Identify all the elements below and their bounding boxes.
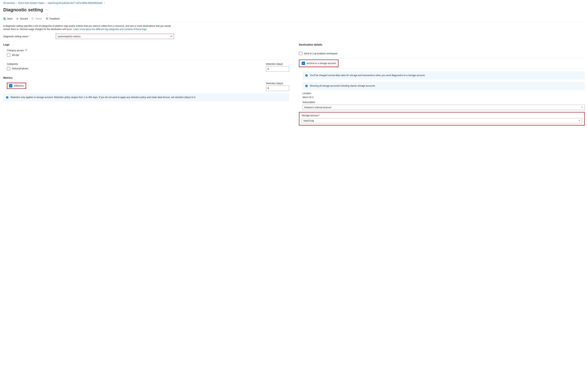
categories-label: Categories [7, 63, 28, 65]
alllogs-label: allLogs [12, 54, 19, 56]
allmetrics-row: AllMetrics [9, 84, 24, 87]
svg-point-5 [306, 75, 307, 75]
feedback-button[interactable]: Feedback [46, 17, 60, 20]
diagnostic-name-label: Diagnostic setting name * [3, 35, 52, 38]
info-icon[interactable] [25, 49, 27, 52]
deliveryfailures-label: DeliveryFailures [12, 67, 28, 70]
delete-button: Delete [31, 17, 42, 20]
archive-storage-row: Archive to a storage account [302, 62, 336, 65]
logs-title: Logs [3, 43, 289, 46]
log-analytics-checkbox[interactable] [299, 52, 302, 55]
charge-info-text: You'll be charged normal data rates for … [310, 74, 425, 77]
deliveryfailures-retention-input[interactable] [266, 66, 289, 72]
deliveryfailures-checkbox[interactable] [7, 67, 10, 70]
retention-days-label: Retention (days) [266, 63, 289, 65]
archive-storage-checkbox[interactable] [302, 62, 305, 65]
chevron-down-icon [581, 106, 583, 109]
metrics-title: Metrics [3, 77, 289, 79]
category-groups-label: Category groups [7, 49, 289, 52]
allmetrics-retention-input[interactable] [266, 86, 289, 91]
destination-column: Destination details Send to Log Analytic… [299, 43, 585, 126]
discard-label: Discard [20, 17, 28, 20]
discard-button[interactable]: Discard [16, 17, 28, 20]
subscription-value: Roberto's Internal Account [304, 106, 331, 109]
storage-account-select[interactable]: topic01stg [302, 118, 582, 123]
retention-info-text: Retention only applies to storage accoun… [11, 96, 196, 99]
close-icon [16, 17, 19, 20]
breadcrumb-link-event-grid-topics[interactable]: Event Grid System Topics [18, 2, 45, 4]
check-icon [170, 35, 173, 38]
chevron-right-icon: › [104, 2, 105, 4]
metrics-retention-label: Retention (days) [266, 82, 289, 85]
required-indicator: * [28, 35, 29, 38]
deliveryfailures-row: DeliveryFailures [7, 67, 28, 70]
save-icon [3, 17, 6, 20]
chevron-down-icon [578, 119, 580, 122]
svg-point-3 [7, 97, 7, 97]
feedback-label: Feedback [50, 17, 60, 20]
toolbar: Save Discard Delete Feedback [3, 17, 585, 22]
log-analytics-label: Send to Log Analytics workspace [304, 52, 337, 55]
allmetrics-checkbox[interactable] [9, 84, 12, 87]
diagnostic-name-input[interactable] [56, 34, 174, 39]
learn-more-link[interactable]: Learn more about the different log categ… [73, 28, 146, 31]
storage-account-value: topic01stg [303, 119, 314, 122]
save-button[interactable]: Save [3, 17, 13, 20]
retention-info-banner: Retention only applies to storage accoun… [3, 94, 289, 101]
alllogs-row: allLogs [7, 53, 289, 57]
subscription-select[interactable]: Roberto's Internal Account [302, 105, 585, 110]
description-text: A diagnostic setting specifies a list of… [3, 24, 177, 31]
classic-info-banner: Showing all storage accounts including c… [302, 82, 585, 90]
charge-info-banner: You'll be charged normal data rates for … [302, 72, 585, 79]
delete-label: Delete [35, 17, 42, 20]
breadcrumb-link-all-services[interactable]: All services [3, 2, 15, 4]
storage-account-label: Storage account * [302, 114, 582, 117]
info-icon [305, 74, 308, 77]
breadcrumb: All services › Event Grid System Topics … [3, 2, 585, 4]
destination-title: Destination details [299, 43, 585, 46]
archive-storage-label: Archive to a storage account [307, 62, 336, 65]
classic-info-text: Showing all storage accounts including c… [310, 84, 375, 88]
trash-icon [31, 17, 34, 20]
location-label: Location [302, 92, 585, 95]
page-header: Diagnostic setting ··· [3, 7, 585, 13]
info-icon [6, 96, 9, 99]
info-icon [305, 85, 308, 87]
svg-point-0 [46, 18, 47, 18]
more-actions-icon[interactable]: ··· [46, 8, 49, 12]
alllogs-checkbox[interactable] [7, 53, 10, 57]
page-title: Diagnostic setting [3, 7, 43, 13]
log-analytics-row: Send to Log Analytics workspace [299, 52, 585, 55]
logs-metrics-column: Logs Category groups allLogs Categories … [3, 43, 289, 101]
diagnostic-name-row: Diagnostic setting name * [3, 34, 585, 39]
chevron-right-icon: › [46, 2, 47, 4]
svg-point-7 [306, 85, 307, 85]
breadcrumb-link-topic[interactable]: topic01stg-811a624a-8a77-437e-89de-dfeb5… [48, 2, 102, 4]
required-indicator: * [319, 114, 320, 117]
chevron-right-icon: › [16, 2, 17, 4]
feedback-icon [46, 17, 48, 20]
allmetrics-label: AllMetrics [14, 84, 24, 87]
subscription-label: Subscription [302, 101, 585, 103]
location-value: West US 2 [302, 96, 585, 98]
save-label: Save [7, 17, 13, 20]
